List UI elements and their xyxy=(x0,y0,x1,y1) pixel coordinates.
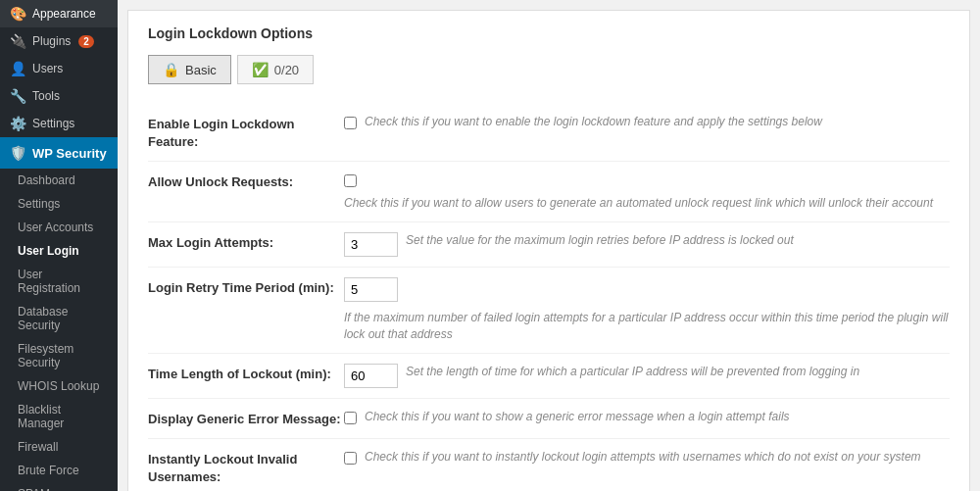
score-tab-label: 0/20 xyxy=(274,63,299,77)
sidebar-item-users[interactable]: 👤 Users xyxy=(0,55,118,82)
score-tab[interactable]: ✅ 0/20 xyxy=(237,55,314,84)
sidebar-item-whois-lookup[interactable]: WHOIS Lookup xyxy=(0,374,118,398)
sidebar-item-dashboard[interactable]: Dashboard xyxy=(0,169,118,192)
sidebar-item-brute-force[interactable]: Brute Force xyxy=(0,459,118,482)
sidebar-item-filesystem-security[interactable]: Filesystem Security xyxy=(0,337,118,374)
content-area: Login Lockdown Options 🔒 Basic ✅ 0/20 En… xyxy=(127,10,970,491)
time-length-lockout-control: Set the length of time for which a parti… xyxy=(344,364,950,388)
display-generic-error-hint: Check this if you want to show a generic… xyxy=(365,409,790,425)
page-title: Login Lockdown Options xyxy=(148,25,950,41)
sidebar-item-blacklist-manager[interactable]: Blacklist Manager xyxy=(0,398,118,435)
basic-tab-icon: 🔒 xyxy=(163,62,179,77)
sidebar-item-firewall[interactable]: Firewall xyxy=(0,435,118,459)
sidebar-item-database-security[interactable]: Database Security xyxy=(0,300,118,337)
sidebar-item-plugins[interactable]: 🔌 Plugins 2 xyxy=(0,27,118,55)
login-retry-time-control: If the maximum number of failed login at… xyxy=(344,277,950,343)
allow-unlock-requests-label: Allow Unlock Requests: xyxy=(148,172,344,191)
max-login-attempts-row: Max Login Attempts: Set the value for th… xyxy=(148,222,950,268)
instantly-lockout-checkbox[interactable] xyxy=(344,452,357,465)
instantly-lockout-hint: Check this if you want to instantly lock… xyxy=(365,449,921,466)
allow-unlock-requests-row: Allow Unlock Requests: Check this if you… xyxy=(148,162,950,222)
display-generic-error-label: Display Generic Error Message: xyxy=(148,409,344,428)
sidebar-item-tools[interactable]: 🔧 Tools xyxy=(0,82,118,110)
plugins-badge: 2 xyxy=(78,35,94,48)
time-length-lockout-label: Time Length of Lockout (min): xyxy=(148,364,344,383)
time-length-lockout-hint: Set the length of time for which a parti… xyxy=(406,364,859,380)
sidebar-item-settings-sub[interactable]: Settings xyxy=(0,192,118,216)
enable-login-lockdown-hint: Check this if you want to enable the log… xyxy=(365,114,822,130)
max-login-attempts-hint: Set the value for the maximum login retr… xyxy=(406,232,794,249)
display-generic-error-checkbox[interactable] xyxy=(344,412,357,424)
users-icon: 👤 xyxy=(10,61,26,76)
sidebar-wp-security[interactable]: 🛡️ WP Security xyxy=(0,137,118,169)
max-login-attempts-input[interactable] xyxy=(344,232,398,257)
basic-tab-label: Basic xyxy=(185,63,217,77)
time-length-lockout-input[interactable] xyxy=(344,364,398,388)
instantly-lockout-control: Check this if you want to instantly lock… xyxy=(344,449,950,466)
plugins-icon: 🔌 xyxy=(10,33,26,49)
max-login-attempts-label: Max Login Attempts: xyxy=(148,232,344,252)
display-generic-error-control: Check this if you want to show a generic… xyxy=(344,409,950,425)
enable-login-lockdown-control: Check this if you want to enable the log… xyxy=(344,114,950,130)
appearance-icon: 🎨 xyxy=(10,6,26,22)
enable-login-lockdown-label: Enable Login Lockdown Feature: xyxy=(148,114,344,151)
allow-unlock-requests-control: Check this if you want to allow users to… xyxy=(344,172,950,212)
instantly-lockout-row: Instantly Lockout Invalid Usernames: Che… xyxy=(148,439,950,491)
allow-unlock-requests-hint: Check this if you want to allow users to… xyxy=(344,195,933,212)
login-retry-time-hint: If the maximum number of failed login at… xyxy=(344,310,950,343)
basic-tab[interactable]: 🔒 Basic xyxy=(148,55,231,84)
sidebar-item-appearance[interactable]: 🎨 Appearance xyxy=(0,0,118,27)
instantly-lockout-label: Instantly Lockout Invalid Usernames: xyxy=(148,449,344,486)
max-login-attempts-control: Set the value for the maximum login retr… xyxy=(344,232,950,257)
tabs-row: 🔒 Basic ✅ 0/20 xyxy=(148,55,950,84)
enable-login-lockdown-row: Enable Login Lockdown Feature: Check thi… xyxy=(148,104,950,162)
display-generic-error-row: Display Generic Error Message: Check thi… xyxy=(148,399,950,439)
tools-icon: 🔧 xyxy=(10,88,26,104)
login-retry-time-label: Login Retry Time Period (min): xyxy=(148,277,344,297)
login-retry-time-row: Login Retry Time Period (min): If the ma… xyxy=(148,268,950,354)
main-content: Login Lockdown Options 🔒 Basic ✅ 0/20 En… xyxy=(118,0,980,491)
sidebar-item-user-login[interactable]: User Login xyxy=(0,239,118,263)
sidebar-item-settings[interactable]: ⚙️ Settings xyxy=(0,110,118,137)
time-length-lockout-row: Time Length of Lockout (min): Set the le… xyxy=(148,354,950,399)
settings-icon: ⚙️ xyxy=(10,116,26,131)
wp-security-icon: 🛡️ xyxy=(10,145,26,161)
sidebar-item-spam-prevention[interactable]: SPAM Prevention xyxy=(0,482,118,491)
sidebar: 🎨 Appearance 🔌 Plugins 2 👤 Users 🔧 Tools… xyxy=(0,0,118,491)
sidebar-item-user-registration[interactable]: User Registration xyxy=(0,263,118,300)
login-retry-time-input[interactable] xyxy=(344,277,398,302)
score-tab-icon: ✅ xyxy=(252,62,269,77)
allow-unlock-requests-checkbox[interactable] xyxy=(344,174,357,187)
enable-login-lockdown-checkbox[interactable] xyxy=(344,117,357,129)
sidebar-item-user-accounts[interactable]: User Accounts xyxy=(0,216,118,239)
